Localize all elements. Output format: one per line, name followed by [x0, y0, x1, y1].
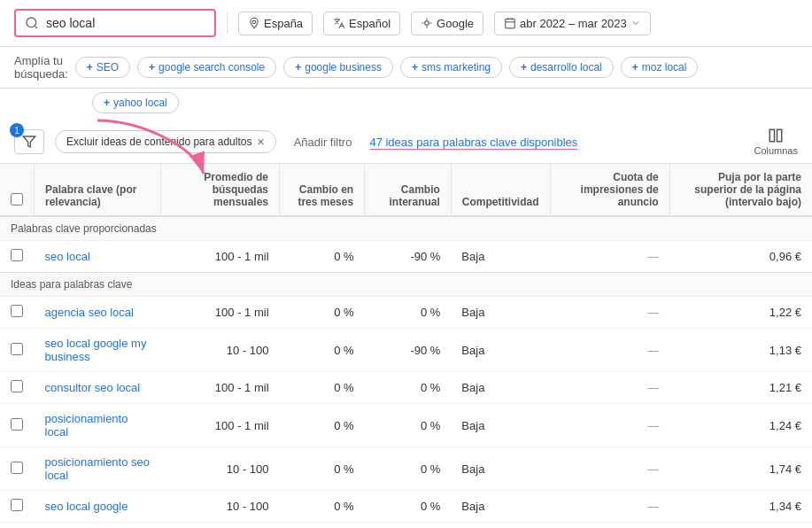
table-body: Palabras clave proporcionadasseo local10… — [0, 216, 812, 523]
tag-sms-marketing[interactable]: + sms marketing — [400, 57, 502, 78]
impression-share-cell: — — [550, 241, 669, 273]
table-row: seo local google10 - 1000 %0 %Baja—1,34 … — [0, 491, 812, 523]
table-container: Palabra clave (por relevancia) Promedio … — [0, 164, 812, 523]
bid-cell: 1,74 € — [669, 447, 812, 491]
tag-yahoo-local[interactable]: + yahoo local — [92, 92, 179, 113]
date-range-label: abr 2022 – mar 2023 — [520, 17, 627, 30]
columns-icon — [768, 128, 784, 144]
impression-share-cell: — — [550, 372, 669, 404]
language-filter[interactable]: Español — [323, 12, 400, 35]
keyword-cell: posicionamiento local — [35, 404, 161, 447]
th-avg[interactable]: Promedio de búsquedas mensuales — [160, 164, 279, 216]
change3m-cell: 0 % — [280, 241, 365, 273]
keyword-cell: posicionamiento seo local — [35, 447, 161, 491]
keywords-table: Palabra clave (por relevancia) Promedio … — [0, 164, 812, 523]
date-filter[interactable]: abr 2022 – mar 2023 — [494, 12, 651, 35]
th-competition[interactable]: Competitividad — [451, 164, 550, 216]
impression-share-cell: — — [550, 329, 669, 372]
translate-icon — [333, 17, 345, 29]
svg-line-1 — [35, 26, 37, 28]
search-icon — [25, 16, 39, 30]
th-changeyoy[interactable]: Cambio interanual — [365, 164, 452, 216]
table-row: consultor seo local100 - 1 mil0 %0 %Baja… — [0, 372, 812, 404]
th-bid[interactable]: Puja por la parte superior de la página … — [669, 164, 812, 216]
svg-marker-9 — [23, 136, 35, 147]
keyword-text[interactable]: consultor seo local — [45, 381, 141, 394]
adult-content-filter-chip[interactable]: Excluir ideas de contenido para adultos … — [55, 130, 276, 153]
tag-moz-label: moz local — [642, 61, 687, 74]
impression-share-cell: — — [550, 404, 669, 447]
keyword-text[interactable]: posicionamiento local — [45, 412, 128, 439]
row-checkbox[interactable] — [11, 462, 23, 474]
avg-cell: 100 - 1 mil — [160, 241, 279, 273]
tag-gsc-label: google search console — [159, 61, 265, 74]
add-filter-button[interactable]: Añadir filtro — [287, 132, 360, 152]
search-input[interactable] — [46, 16, 205, 30]
columns-label: Columnas — [754, 145, 798, 156]
th-impression-share[interactable]: Cuota de impresiones de anuncio — [550, 164, 669, 216]
network-filter[interactable]: Google — [411, 12, 483, 35]
keyword-cell: consultor seo local — [35, 372, 161, 404]
tag-seo[interactable]: + SEO — [75, 57, 130, 78]
avg-cell: 10 - 100 — [160, 447, 279, 491]
changeyoy-cell: -90 % — [365, 329, 452, 372]
changeyoy-cell: 0 % — [365, 372, 452, 404]
table-row: seo local100 - 1 mil0 %-90 %Baja—0,96 € — [0, 241, 812, 273]
change3m-cell: 0 % — [280, 404, 365, 447]
select-all-checkbox[interactable] — [11, 193, 23, 206]
tag-dl-label: desarrollo local — [530, 61, 602, 74]
row-checkbox[interactable] — [11, 249, 23, 261]
th-change3m[interactable]: Cambio en tres meses — [280, 164, 365, 216]
tag-google-business[interactable]: + google business — [283, 57, 393, 78]
competition-cell: Baja — [451, 447, 550, 491]
tag-sms-label: sms marketing — [421, 61, 491, 74]
keyword-text[interactable]: seo local google my business — [45, 337, 147, 363]
location-label: España — [264, 17, 303, 30]
chevron-down-icon — [630, 18, 641, 28]
avg-cell: 100 - 1 mil — [160, 404, 279, 447]
tag-yahoo-label: yahoo local — [113, 97, 167, 109]
language-label: Español — [349, 17, 391, 30]
competition-cell: Baja — [451, 329, 550, 372]
keyword-cell: seo local — [35, 241, 161, 273]
table-row: seo local google my business10 - 1000 %-… — [0, 329, 812, 372]
keyword-text[interactable]: agencia seo local — [45, 306, 134, 319]
impression-share-cell: — — [550, 297, 669, 329]
search-box[interactable] — [14, 9, 216, 37]
competition-cell: Baja — [451, 404, 550, 447]
row-checkbox[interactable] — [11, 380, 23, 392]
filter-count: 1 — [10, 123, 24, 137]
location-filter[interactable]: España — [238, 12, 313, 35]
columns-button[interactable]: Columnas — [754, 128, 798, 156]
keyword-cell: agencia seo local — [35, 297, 161, 329]
close-chip-icon[interactable]: × — [257, 135, 264, 149]
svg-rect-11 — [777, 129, 782, 142]
svg-rect-4 — [506, 19, 515, 27]
table-section-header: Palabras clave proporcionadas — [0, 216, 812, 241]
tag-gb-label: google business — [305, 61, 382, 74]
ideas-count: 47 ideas para palabras clave disponibles — [369, 136, 577, 149]
tag-desarrollo-local[interactable]: + desarrollo local — [509, 57, 614, 78]
filter-button[interactable]: 1 — [14, 129, 44, 154]
row-checkbox[interactable] — [11, 499, 23, 511]
bid-cell: 0,96 € — [669, 241, 812, 273]
top-bar: España Español Google abr 2022 – mar 202… — [0, 0, 812, 47]
row-checkbox[interactable] — [11, 343, 23, 355]
svg-rect-10 — [769, 129, 774, 142]
table-row: posicionamiento local100 - 1 mil0 %0 %Ba… — [0, 404, 812, 447]
tags-section: Amplía tubúsqueda: + SEO + google search… — [0, 47, 812, 120]
row-checkbox[interactable] — [11, 305, 23, 317]
th-keyword[interactable]: Palabra clave (por relevancia) — [35, 164, 161, 216]
keyword-text[interactable]: seo local — [45, 250, 90, 263]
changeyoy-cell: 0 % — [365, 447, 452, 491]
change3m-cell: 0 % — [280, 447, 365, 491]
avg-cell: 100 - 1 mil — [160, 297, 279, 329]
tag-moz-local[interactable]: + moz local — [621, 57, 699, 78]
keyword-text[interactable]: posicionamiento seo local — [45, 455, 151, 482]
tag-google-search-console[interactable]: + google search console — [137, 57, 276, 78]
svg-point-0 — [27, 18, 36, 27]
keyword-text[interactable]: seo local google — [45, 500, 128, 513]
divider-1 — [227, 12, 228, 34]
row-checkbox[interactable] — [11, 418, 23, 431]
competition-cell: Baja — [451, 491, 550, 523]
